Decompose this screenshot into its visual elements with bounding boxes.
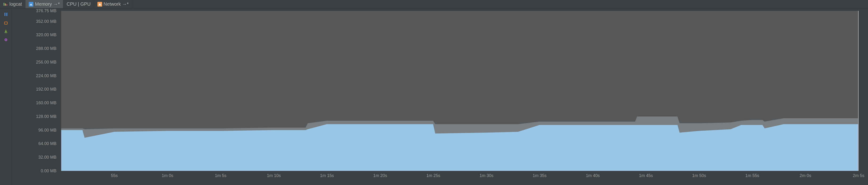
tab-memory[interactable]: Memory →* xyxy=(25,0,63,8)
y-tick-label: 0.00 MB xyxy=(41,168,57,174)
x-tick-label: 1m 40s xyxy=(586,173,600,178)
y-tick-label: 192.00 MB xyxy=(36,87,57,92)
tab-label: CPU | GPU xyxy=(67,1,91,7)
x-tick-label: 1m 50s xyxy=(692,173,706,178)
y-tick-label: 352.00 MB xyxy=(36,19,57,24)
svg-rect-1 xyxy=(5,3,6,6)
chart-plot-area[interactable]: Free [15.59 MB] Allocated [115.40 MB] xyxy=(61,11,859,171)
x-tick-label: 1m 55s xyxy=(745,173,759,178)
x-tick-label: 1m 45s xyxy=(639,173,653,178)
svg-rect-7 xyxy=(4,32,7,33)
tab-cpu-gpu[interactable]: CPU | GPU xyxy=(63,0,94,8)
x-tick-label: 1m 15s xyxy=(320,173,334,178)
svg-rect-3 xyxy=(4,13,5,16)
y-tick-label: 256.00 MB xyxy=(36,60,57,64)
network-icon xyxy=(97,2,102,7)
tab-logcat[interactable]: logcat xyxy=(0,0,25,8)
memory-icon xyxy=(29,2,33,7)
svg-rect-2 xyxy=(6,4,7,6)
pause-button[interactable] xyxy=(2,11,9,18)
svg-rect-0 xyxy=(3,3,4,6)
tab-label: Network →* xyxy=(103,1,129,7)
y-tick-label: 64.00 MB xyxy=(38,141,57,146)
y-tick-label: 376.75 MB xyxy=(36,8,57,13)
y-tick-label: 128.00 MB xyxy=(36,114,57,119)
gc-button[interactable] xyxy=(2,19,9,26)
x-tick-label: 1m 20s xyxy=(373,173,387,178)
x-tick-label: 1m 30s xyxy=(479,173,493,178)
y-axis: 0.00 MB32.00 MB64.00 MB96.00 MB128.00 MB… xyxy=(12,11,59,171)
memory-monitor-panel: 0.00 MB32.00 MB64.00 MB96.00 MB128.00 MB… xyxy=(0,8,868,185)
dump-heap-button[interactable] xyxy=(2,28,9,35)
y-tick-label: 224.00 MB xyxy=(36,73,57,78)
x-tick-label: 2m 5s xyxy=(853,173,864,178)
y-tick-label: 32.00 MB xyxy=(38,155,57,160)
monitor-toolbar xyxy=(0,8,12,185)
tab-label: Memory →* xyxy=(35,1,60,7)
svg-rect-6 xyxy=(5,22,7,24)
y-tick-label: 96.00 MB xyxy=(38,128,57,132)
tab-label: logcat xyxy=(9,1,22,7)
x-tick-label: 55s xyxy=(111,173,118,178)
tab-network[interactable]: Network →* xyxy=(94,0,132,8)
x-tick-label: 1m 25s xyxy=(427,173,440,178)
logcat-icon xyxy=(3,2,8,7)
y-tick-label: 160.00 MB xyxy=(36,100,57,105)
x-tick-label: 1m 10s xyxy=(267,173,281,178)
x-axis: 55s1m 0s1m 5s1m 10s1m 15s1m 20s1m 25s1m … xyxy=(61,173,859,180)
x-tick-label: 1m 5s xyxy=(215,173,226,178)
x-tick-label: 1m 0s xyxy=(162,173,173,178)
tab-bar: logcat Memory →* CPU | GPU Network →* xyxy=(0,0,868,8)
track-allocations-button[interactable] xyxy=(2,36,9,43)
x-tick-label: 1m 35s xyxy=(533,173,547,178)
svg-rect-4 xyxy=(6,13,7,16)
x-tick-label: 2m 0s xyxy=(800,173,811,178)
svg-point-9 xyxy=(5,39,6,40)
y-tick-label: 288.00 MB xyxy=(36,46,57,51)
y-tick-label: 320.00 MB xyxy=(36,32,57,37)
memory-chart: 0.00 MB32.00 MB64.00 MB96.00 MB128.00 MB… xyxy=(12,8,868,185)
